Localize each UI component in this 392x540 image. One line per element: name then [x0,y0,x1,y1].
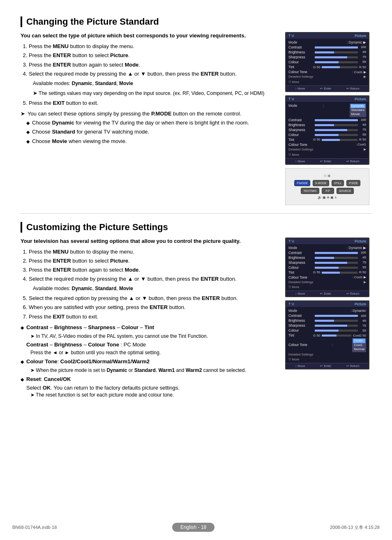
diamond-reset: ◆ [21,376,24,383]
diamond-ct: ◆ [21,359,24,365]
tv2-sharpness-bar [315,129,358,131]
tv3-more: ▽ More [288,285,366,289]
tv4-mode-label: Mode [288,309,297,313]
tv4-more: ▽ More [288,358,366,361]
tv-screen-3: T V Picture Mode : Dynamic ▶ Contrast 10… [285,238,369,298]
tv4-footer: ↕ Move ↵ Enter ↩ Return [286,363,369,369]
section-divider [21,213,371,214]
dynamic-text: Choose Dynamic for viewing the TV during… [32,119,249,127]
tv3-mode-val: : Dynamic ▶ [347,246,366,250]
tv1-body: Mode : Dynamic ▶ Contrast 100 Brightness… [286,39,369,85]
movie-text: Choose Movie when viewing the movie. [32,138,127,145]
tv1-contrast-val: 100 [360,45,366,49]
tv3-colourtone: Colour Tone : Cool1 ▶ [288,275,366,280]
tv1-sharpness: Sharpness 75 [288,55,366,60]
remote-icons-bottom: 🔊 ▣ ⊕ ▣ ∧ [318,196,337,199]
tv4-sharpness-label: Sharpness [288,323,313,328]
tv2-title: Picture [355,97,366,101]
tv2-colour-label: Colour [288,133,313,137]
tv1-return: ↩ Return [346,87,360,90]
tv3-tint: Tint G 50 R 50 [288,270,366,275]
section1-intro: You can select the type of picture which… [21,32,277,39]
tv1-ct-label: Colour Tone [288,70,313,74]
reset-bullet: ◆ Reset: Cancel/OK [21,376,277,383]
tv4-tint-bar [322,335,351,337]
tv1-colour-bar [315,61,358,63]
tv4-move: ↕ Move [295,364,305,368]
diamond-contrast: ◆ [21,325,24,331]
remote-textmix-btn: TEXT/MIX [301,188,319,194]
tv3-sharpness: Sharpness 75 [288,261,366,265]
tv3-ct-val: : Cool1 ▶ [352,275,366,279]
tv1-source: T V [288,34,294,38]
tv2-tint-bar [322,139,357,141]
section1-screens: T V Picture Mode : Dynamic ▶ Contrast 10… [285,32,371,205]
tv4-detailed-label: Detailed Settings [288,353,313,357]
tv4-body: Mode : Dynamic Contrast 100 Brightness 4… [286,307,369,363]
pc-mode-note: Press the ◄ or ► button until you reach … [30,349,277,356]
tv2-brightness: Brightness 45 [288,123,366,127]
step-2-6: When you are satisfied with your setting… [29,304,277,311]
footer-right: 2008-08-13 오후 4:15:28 [330,524,380,531]
section2-steps: Press the MENU button to display the men… [21,248,277,321]
tv2-colour-val: 55 [360,133,366,137]
tv1-sharpness-bar [315,56,358,58]
tv4-contrast-label: Contrast [288,314,313,318]
tv-screen-1: T V Picture Mode : Dynamic ▶ Contrast 10… [285,32,369,92]
section2-body: Your television has several setting opti… [21,238,371,400]
tv1-brightness-val: 45 [360,50,366,54]
tv2-contrast-label: Contrast [288,118,313,122]
tv3-sharpness-label: Sharpness [288,261,313,265]
tv1-more: ▽ More [288,80,366,84]
tv2-sharpness: Sharpness 75 [288,128,366,132]
tv4-brightness-label: Brightness [288,318,313,323]
tv2-ct-val: : Cool1 [356,143,366,147]
tv3-sharpness-bar [315,262,358,264]
tv2-tint: Tint G 50 R 50 [288,138,366,142]
tv-screen-2: T V Picture Mode : Dynamic Standard Movi… [285,95,369,165]
remote-icon-top: ⊙ ▣ [324,174,331,178]
page: Changing the Picture Standard You can se… [0,0,392,540]
tv3-brightness: Brightness 45 [288,256,366,260]
tv4-mode-row: Mode : Dynamic [288,309,366,313]
diamond-icon: ◆ [26,120,30,127]
tv4-sharpness-bar [315,325,358,327]
remote-control-image: ⊙ ▣ P.MODE S.MODE STILL P.SIZE TEXT/MIX … [285,168,369,205]
tv3-brightness-bar [315,257,358,259]
available-modes-note: Available modes: Dynamic, Standard, Movi… [33,80,277,87]
tv4-ct-colon: : [332,343,332,347]
tv2-source: T V [288,97,294,101]
tv2-colour-bar [315,134,358,136]
tv1-brightness: Brightness 45 [288,50,366,55]
section2-header: Customizing the Picture Settings [21,222,371,233]
tv3-source: T V [288,239,294,243]
tv2-brightness-val: 45 [360,123,366,127]
tv2-enter: ↵ Enter [320,159,331,163]
tv4-colour-label: Colour [288,328,313,333]
tv1-detailed: Detailed Settings ▶ [288,75,366,79]
remote-source-btn: SOURCE [337,188,354,194]
remote-row-3: 🔊 ▣ ⊕ ▣ ∧ [318,196,337,199]
tv1-footer: ↕ Move ↵ Enter ↩ Return [286,85,369,91]
tv3-colour-bar [315,267,358,269]
tv2-sharpness-label: Sharpness [288,128,313,132]
step-1-3: Press the ENTER button again to select M… [29,61,277,69]
remote-pmode-btn: P.MODE [294,180,310,186]
tv4-tint-g: G 50 [313,334,320,338]
footer-badge: English - 18 [172,523,214,532]
colourtone-bullet: ◆ Colour Tone: Cool2/Cool1/Normal/Warm1/… [21,358,277,365]
tv2-body: Mode : Dynamic Standard Movie Contrast 1… [286,102,369,158]
tv4-enter: ↵ Enter [320,364,331,368]
dynamic-bullet: ◆ Choose Dynamic for viewing the TV duri… [26,119,277,127]
diamond-icon3: ◆ [26,138,30,145]
step-1-1: Press the MENU button to display the men… [29,43,277,50]
tv2-tint-r: R 50 [359,138,366,142]
reset-text: Reset: Cancel/OK [26,376,71,383]
tv3-detailed-label: Detailed Settings [288,280,313,284]
tv4-opt-cool2: Cool2 [353,339,365,343]
tv2-footer: ↕ Move ↵ Enter ↩ Return [286,158,369,164]
tv4-colourtone: Colour Tone : Cool2 Cool1 Normal [288,338,366,352]
section1-title: Changing the Picture Standard [26,16,371,27]
tv4-tint: Tint G 50 Cool2 50 [288,333,366,338]
tv1-tint: Tint G 50 R 50 [288,65,366,69]
